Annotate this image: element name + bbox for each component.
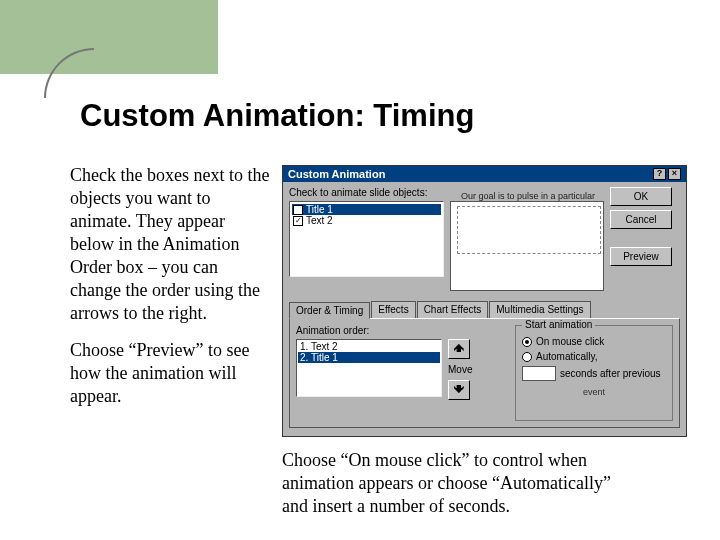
order-item[interactable]: 1. Text 2 (298, 341, 440, 352)
object-item-title1[interactable]: ✓ Title 1 (292, 204, 441, 215)
event-label: event (522, 387, 666, 397)
slide-paragraph-1: Check the boxes next to the objects you … (70, 164, 273, 325)
radio-icon (522, 352, 532, 362)
radio-on-mouse-click[interactable]: On mouse click (522, 336, 666, 347)
dialog-help-button[interactable]: ? (653, 168, 666, 180)
radio-label: On mouse click (536, 336, 604, 347)
preview-pane (450, 201, 604, 291)
move-label: Move (448, 362, 472, 377)
start-animation-group: Start animation On mouse click Automatic… (515, 325, 673, 421)
dialog-titlebar: Custom Animation ? × (283, 166, 686, 182)
slide-paragraph-3: Choose “On mouse click” to control when … (282, 449, 637, 518)
checkbox-icon[interactable]: ✓ (293, 216, 303, 226)
order-item[interactable]: 2. Title 1 (298, 352, 440, 363)
object-item-text2[interactable]: ✓ Text 2 (292, 215, 441, 226)
animation-order-listbox[interactable]: 1. Text 2 2. Title 1 (296, 339, 442, 397)
radio-icon (522, 337, 532, 347)
dialog-close-button[interactable]: × (668, 168, 681, 180)
tab-chart-effects[interactable]: Chart Effects (417, 301, 489, 318)
tab-multimedia-settings[interactable]: Multimedia Settings (489, 301, 590, 318)
move-down-button[interactable]: 🢃 (448, 380, 470, 400)
custom-animation-dialog: Custom Animation ? × Check to animate sl… (282, 165, 687, 437)
radio-automatically[interactable]: Automatically, (522, 351, 666, 362)
seconds-spinbox[interactable] (522, 366, 556, 381)
tab-panel: Animation order: 1. Text 2 2. Title 1 🢁 … (289, 318, 680, 428)
start-animation-legend: Start animation (522, 319, 595, 330)
move-up-button[interactable]: 🢁 (448, 339, 470, 359)
tab-effects[interactable]: Effects (371, 301, 415, 318)
checkbox-icon[interactable]: ✓ (293, 205, 303, 215)
object-item-label: Title 1 (306, 204, 333, 215)
cancel-button[interactable]: Cancel (610, 210, 672, 229)
slide-body-right: Choose “On mouse click” to control when … (282, 449, 637, 518)
tab-order-timing[interactable]: Order & Timing (289, 302, 370, 319)
slide-accent-block (0, 0, 218, 74)
objects-listbox[interactable]: ✓ Title 1 ✓ Text 2 (289, 201, 444, 277)
slide-paragraph-2: Choose “Preview” to see how the animatio… (70, 339, 273, 408)
ok-button[interactable]: OK (610, 187, 672, 206)
objects-label: Check to animate slide objects: (289, 187, 444, 198)
dialog-tabs: Order & Timing Effects Chart Effects Mul… (289, 301, 680, 318)
dialog-title-text: Custom Animation (288, 168, 385, 180)
animation-order-label: Animation order: (296, 325, 507, 336)
radio-label: Automatically, (536, 351, 598, 362)
preview-button[interactable]: Preview (610, 247, 672, 266)
slide-body-left: Check the boxes next to the objects you … (70, 164, 273, 422)
object-item-label: Text 2 (306, 215, 333, 226)
slide-title: Custom Animation: Timing (80, 98, 474, 134)
seconds-suffix: seconds after previous (560, 368, 661, 379)
